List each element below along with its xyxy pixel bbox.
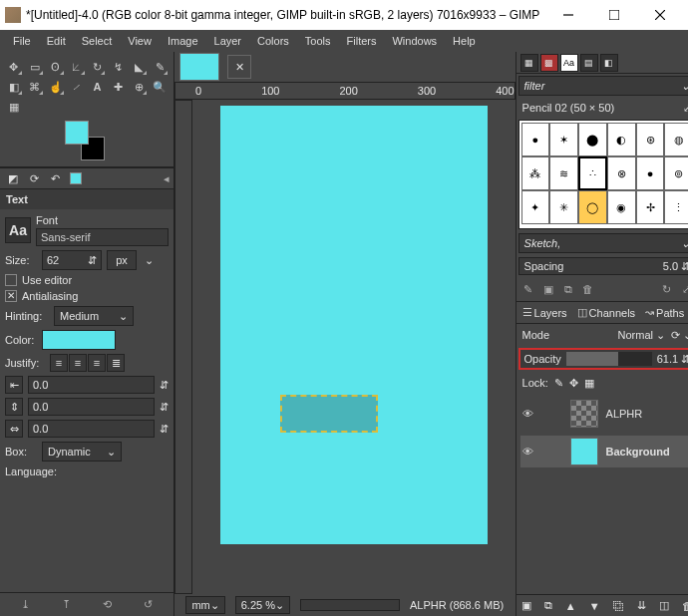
brush-filter[interactable]: filter⌄ <box>518 76 688 96</box>
open-brush-icon[interactable]: ⤢ <box>678 281 688 297</box>
dup-brush-icon[interactable]: ⧉ <box>560 281 576 297</box>
menu-select[interactable]: Select <box>74 32 121 50</box>
spacing-row[interactable]: Spacing5.0 ⇵ <box>518 257 688 275</box>
size-unit[interactable]: px <box>107 250 137 270</box>
restore-icon[interactable]: ⤒ <box>62 598 71 611</box>
canvas[interactable] <box>192 100 516 594</box>
image-thumb[interactable] <box>179 53 219 81</box>
letter-spacing-field[interactable]: 0.0 <box>28 420 155 438</box>
history-tab-r[interactable]: ▤ <box>580 54 598 72</box>
eye-icon[interactable]: 👁 <box>522 408 538 420</box>
selection-rect[interactable] <box>280 395 378 433</box>
paths-tab[interactable]: ↝Paths <box>641 304 688 321</box>
device-tab[interactable]: ⟳ <box>25 169 43 187</box>
mode-select[interactable]: Normal <box>618 329 653 341</box>
maximize-button[interactable] <box>591 0 637 30</box>
image-page[interactable] <box>220 106 488 544</box>
new-layer-icon[interactable]: ▣ <box>521 599 531 612</box>
status-unit[interactable]: mm ⌄ <box>185 596 224 614</box>
crop-tool[interactable]: ⟀ <box>68 58 86 76</box>
mask-icon[interactable]: ◫ <box>659 599 669 612</box>
chevron-down-icon[interactable]: ⌄ <box>145 254 154 267</box>
menu-tools[interactable]: Tools <box>297 32 339 50</box>
reset-icon[interactable]: ↺ <box>144 598 153 611</box>
brush-preset[interactable]: Sketch,⌄ <box>518 233 688 253</box>
eye-icon[interactable]: 👁 <box>522 446 538 458</box>
lock-position-icon[interactable]: ✥ <box>569 377 578 390</box>
edit-brush-icon[interactable]: ✎ <box>520 281 536 297</box>
patterns-tab[interactable]: ▩ <box>540 54 558 72</box>
layer-row[interactable]: 👁 ALPHR <box>520 398 688 430</box>
lock-alpha-icon[interactable]: ▦ <box>584 377 594 390</box>
configure-tab-icon[interactable]: ◂ <box>164 172 170 185</box>
delete-layer-icon[interactable]: 🗑 <box>682 600 688 612</box>
brush-open-icon[interactable]: ⤢ <box>683 102 688 115</box>
images-tab[interactable] <box>67 169 85 187</box>
menu-edit[interactable]: Edit <box>39 32 74 50</box>
gradients-tab[interactable]: ◧ <box>600 54 618 72</box>
lasso-tool[interactable]: ʘ <box>47 58 65 76</box>
color-swatch[interactable] <box>42 330 116 350</box>
menu-view[interactable]: View <box>120 32 160 50</box>
channels-tab[interactable]: ◫Channels <box>573 304 639 321</box>
clone-tool[interactable]: ⌘ <box>26 78 44 96</box>
size-spinner[interactable]: 62⇵ <box>42 250 102 270</box>
new-brush-icon[interactable]: ▣ <box>540 281 556 297</box>
del-brush-icon[interactable]: 🗑 <box>580 281 596 297</box>
lock-pixels-icon[interactable]: ✎ <box>554 377 563 390</box>
fonts-tab[interactable]: Aa <box>560 54 578 72</box>
brush-tool[interactable]: ✎ <box>151 58 169 76</box>
menu-layer[interactable]: Layer <box>206 32 250 50</box>
menu-colors[interactable]: Colors <box>249 32 297 50</box>
close-image-icon[interactable]: ✕ <box>227 55 251 79</box>
history-tab[interactable]: ↶ <box>46 169 64 187</box>
indent-field[interactable]: 0.0 <box>28 376 155 394</box>
move-tool[interactable]: ✥ <box>5 58 23 76</box>
menu-file[interactable]: File <box>5 32 39 50</box>
smudge-tool[interactable]: ☝ <box>47 78 65 96</box>
rect-select-tool[interactable]: ▭ <box>26 58 44 76</box>
menu-filters[interactable]: Filters <box>339 32 385 50</box>
layer-name[interactable]: ALPHR <box>606 408 643 420</box>
menu-image[interactable]: Image <box>160 32 206 50</box>
antialiasing-check[interactable]: ✕Antialiasing <box>5 290 169 302</box>
down-layer-icon[interactable]: ▼ <box>589 600 600 612</box>
line-spacing-field[interactable]: 0.0 <box>28 398 155 416</box>
eraser-tool[interactable]: ◧ <box>5 78 23 96</box>
justify-center[interactable]: ≡ <box>88 354 106 372</box>
close-button[interactable] <box>637 0 683 30</box>
hinting-select[interactable]: Medium⌄ <box>54 306 134 326</box>
color-picker-tool[interactable]: ✚ <box>109 78 127 96</box>
font-preview[interactable]: Aa <box>5 217 31 243</box>
dup-layer-icon[interactable]: ⿻ <box>613 600 624 612</box>
up-layer-icon[interactable]: ▲ <box>565 600 576 612</box>
justify-left[interactable]: ≡ <box>50 354 68 372</box>
gegl-tool[interactable]: ▦ <box>5 98 23 116</box>
box-select[interactable]: Dynamic⌄ <box>42 442 122 462</box>
minimize-button[interactable] <box>545 0 591 30</box>
text-tool[interactable]: A <box>89 78 107 96</box>
new-group-icon[interactable]: ⧉ <box>544 599 552 612</box>
brushes-tab[interactable]: ▦ <box>520 54 538 72</box>
status-zoom[interactable]: 6.25 % ⌄ <box>235 596 290 614</box>
fg-bg-colors[interactable] <box>65 121 105 160</box>
layers-tab[interactable]: ☰Layers <box>518 304 571 321</box>
delete-icon[interactable]: ⟲ <box>103 598 112 611</box>
rotate-tool[interactable]: ↻ <box>89 58 107 76</box>
path-tool[interactable]: ⟋ <box>68 78 86 96</box>
justify-fill[interactable]: ≣ <box>107 354 125 372</box>
brush-grid[interactable]: ●✶⬤◐⊛◍ ⁂≋∴⊗●⊚ ✦✳◯◉✢⋮ <box>518 120 688 229</box>
use-editor-check[interactable]: Use editor <box>5 274 169 286</box>
bucket-tool[interactable]: ◣ <box>130 58 148 76</box>
zoom-tool[interactable]: 🔍 <box>151 78 169 96</box>
layer-row[interactable]: 👁 Background <box>520 436 688 467</box>
save-preset-icon[interactable]: ⤓ <box>21 598 30 611</box>
font-field[interactable]: Sans-serif <box>36 228 169 246</box>
merge-icon[interactable]: ⇊ <box>637 599 646 612</box>
menu-help[interactable]: Help <box>445 32 484 50</box>
warp-tool[interactable]: ↯ <box>109 58 127 76</box>
measure-tool[interactable]: ⊕ <box>130 78 148 96</box>
opacity-row[interactable]: Opacity 61.1 ⇵ <box>518 348 688 370</box>
menu-windows[interactable]: Windows <box>384 32 445 50</box>
fg-color[interactable] <box>65 121 89 145</box>
